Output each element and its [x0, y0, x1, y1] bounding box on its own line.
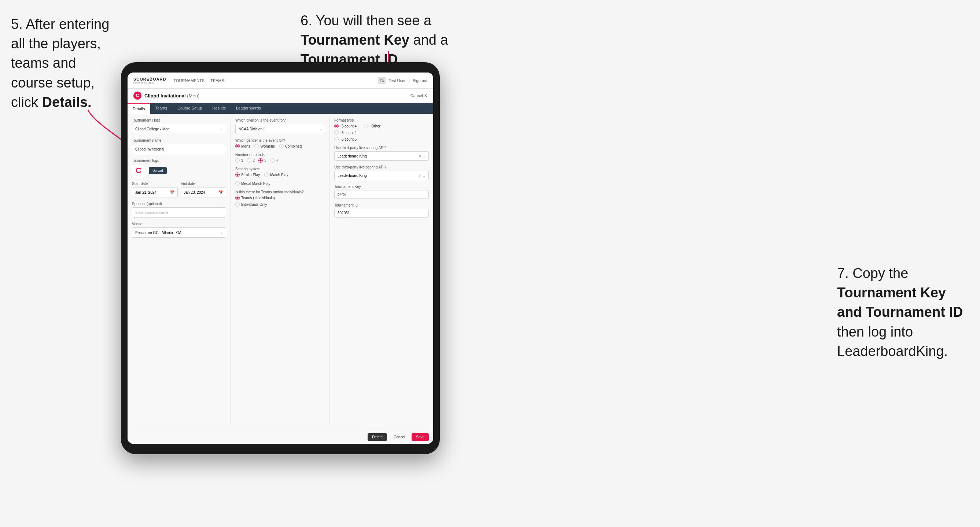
- host-input[interactable]: Clippd College - Men ⌄: [132, 124, 226, 134]
- rounds-2-radio[interactable]: [247, 158, 251, 163]
- division-arrow: ⌄: [319, 127, 322, 131]
- rounds-1-radio[interactable]: [235, 158, 240, 163]
- leaderboard2-label: Use third-party live scoring API?: [334, 165, 429, 169]
- nav-logo-sub: Powered by clippd: [134, 81, 166, 84]
- host-arrow: ⌄: [220, 127, 223, 131]
- tournament-id-value: 302051: [334, 209, 429, 217]
- host-value: Clippd College - Men: [135, 127, 169, 131]
- annotation-br-line3: and Tournament ID: [837, 304, 963, 320]
- scoring-group: Scoring system Stroke Play Match Play: [235, 167, 325, 186]
- start-date-label: Start date: [132, 182, 178, 186]
- gender-womens-radio[interactable]: [255, 144, 259, 148]
- format-5c4-radio[interactable]: [334, 124, 339, 128]
- scoring-match-label: Match Play: [270, 173, 288, 177]
- venue-value: Peachtree GC - Atlanta - GA: [135, 231, 181, 235]
- tournament-key-group: Tournament Key b4fb7: [334, 184, 429, 199]
- format-6c5-radio[interactable]: [334, 137, 339, 141]
- rounds-4[interactable]: 4: [270, 158, 278, 163]
- rounds-1-label: 1: [241, 159, 243, 163]
- rounds-1[interactable]: 1: [235, 158, 243, 163]
- logo-group: Tournament logo C Upload: [132, 159, 226, 177]
- format-5count4[interactable]: 5 count 4: [334, 124, 356, 128]
- gender-combined-radio[interactable]: [279, 144, 284, 148]
- scoring-stroke-radio[interactable]: [235, 173, 240, 177]
- tab-course-setup[interactable]: Course Setup: [172, 103, 207, 114]
- leaderboard1-label: Use third-party live scoring API?: [334, 146, 429, 150]
- name-group: Tournament name Clippd Invitational: [132, 138, 226, 154]
- venue-input[interactable]: Peachtree GC - Atlanta - GA ⌄: [132, 227, 226, 238]
- gender-mens[interactable]: Mens: [235, 144, 250, 148]
- tab-teams[interactable]: Teams: [150, 103, 172, 114]
- nav-link-teams[interactable]: TEAMS: [210, 77, 224, 84]
- teams-individuals-only[interactable]: Individuals Only: [235, 202, 325, 206]
- annotation-left-line4: course setup,: [11, 75, 95, 90]
- nav-right: TU Test User | Sign out: [378, 77, 427, 84]
- venue-arrow: ⌄: [220, 231, 223, 234]
- scoring-match[interactable]: Match Play: [264, 173, 288, 177]
- name-label: Tournament name: [132, 138, 226, 143]
- scoring-medal[interactable]: Medal Match Play: [235, 181, 270, 186]
- format-6count4[interactable]: 6 count 4: [334, 130, 356, 135]
- nav-signout[interactable]: Sign out: [413, 78, 427, 83]
- name-input[interactable]: Clippd Invitational: [132, 144, 226, 154]
- scoring-medal-radio[interactable]: [235, 181, 240, 186]
- upload-button[interactable]: Upload: [149, 167, 167, 174]
- name-value: Clippd Invitational: [135, 147, 164, 151]
- end-date-group: End date Jan 23, 2024 📅: [181, 182, 226, 197]
- format-6c4-radio[interactable]: [334, 130, 339, 135]
- footer-cancel-button[interactable]: Cancel: [390, 433, 409, 441]
- format-6count5[interactable]: 6 count 5: [334, 137, 356, 141]
- annotation-left-line3: teams and: [11, 55, 76, 71]
- scoring-label: Scoring system: [235, 167, 325, 171]
- rounds-3-radio[interactable]: [258, 158, 263, 163]
- date-row: Start date Jan 21, 2024 📅 End date Jan 2…: [132, 182, 226, 197]
- tab-leaderboards[interactable]: Leaderboards: [231, 103, 266, 114]
- delete-button[interactable]: Delete: [368, 433, 387, 441]
- rounds-3-label: 3: [264, 159, 266, 163]
- left-column: Tournament Host Clippd College - Men ⌄ T…: [132, 118, 231, 425]
- tablet-frame: SCOREBOARD Powered by clippd TOURNAMENTS…: [121, 62, 440, 454]
- teams-plus-individuals[interactable]: Teams (+Individuals): [235, 195, 325, 200]
- annotation-left-line2: all the players,: [11, 36, 101, 51]
- teams-only-label: Individuals Only: [241, 203, 267, 206]
- division-input[interactable]: NCAA Division III ⌄: [235, 124, 325, 134]
- nav-link-tournaments[interactable]: TOURNAMENTS: [173, 77, 205, 84]
- scoring-match-radio[interactable]: [264, 173, 269, 177]
- sponsor-group: Sponsor (optional) Enter sponsor name: [132, 202, 226, 217]
- leaderboard1-clear[interactable]: ✕ ⌄: [418, 154, 425, 158]
- leaderboard2-clear[interactable]: ✕ ⌄: [418, 174, 425, 178]
- rounds-4-label: 4: [276, 159, 278, 163]
- tabs-bar: Details Teams Course Setup Results Leade…: [127, 103, 433, 114]
- rounds-label: Number of rounds: [235, 153, 325, 157]
- format-other-radio[interactable]: [364, 124, 368, 128]
- annotation-br-line4: then log into: [837, 324, 913, 340]
- scoring-medal-label: Medal Match Play: [241, 182, 270, 186]
- tab-results[interactable]: Results: [207, 103, 231, 114]
- main-content: Tournament Host Clippd College - Men ⌄ T…: [127, 114, 433, 444]
- gender-combined[interactable]: Combined: [279, 144, 302, 148]
- annotation-left-line1: 5. After entering: [11, 16, 109, 32]
- logo-preview: C: [132, 164, 145, 177]
- gender-womens[interactable]: Womens: [255, 144, 275, 148]
- tab-details[interactable]: Details: [127, 103, 150, 114]
- rounds-2[interactable]: 2: [247, 158, 255, 163]
- leaderboard1-input[interactable]: Leaderboard King ✕ ⌄: [334, 151, 429, 161]
- save-button[interactable]: Save: [412, 433, 429, 441]
- tournament-key-value: b4fb7: [334, 190, 429, 199]
- start-date-input[interactable]: Jan 21, 2024 📅: [132, 187, 178, 197]
- leaderboard2-group: Use third-party live scoring API? Leader…: [334, 165, 429, 180]
- cancel-button[interactable]: Cancel ✕: [410, 94, 427, 98]
- division-label: Which division is the event for?: [235, 118, 325, 122]
- format-other[interactable]: Other: [364, 124, 380, 128]
- nav-logo: SCOREBOARD Powered by clippd: [134, 77, 166, 84]
- teams-only-radio[interactable]: [235, 202, 240, 206]
- sponsor-input[interactable]: Enter sponsor name: [132, 207, 226, 217]
- gender-mens-radio[interactable]: [235, 144, 240, 148]
- rounds-4-radio[interactable]: [270, 158, 275, 163]
- gender-group: Which gender is the event for? Mens Wome: [235, 138, 325, 148]
- end-date-input[interactable]: Jan 23, 2024 📅: [181, 187, 226, 197]
- teams-plus-radio[interactable]: [235, 195, 240, 200]
- scoring-stroke[interactable]: Stroke Play: [235, 173, 260, 177]
- leaderboard2-input[interactable]: Leaderboard King ✕ ⌄: [334, 171, 429, 180]
- rounds-3[interactable]: 3: [258, 158, 266, 163]
